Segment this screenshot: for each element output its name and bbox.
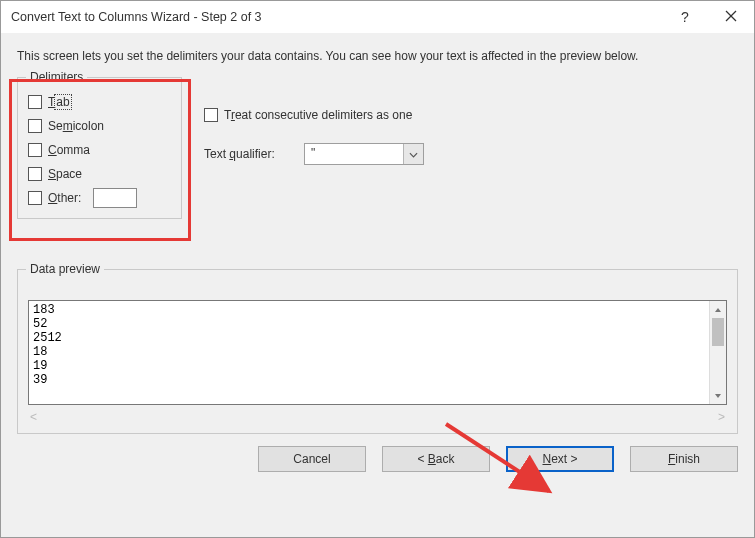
window-title: Convert Text to Columns Wizard - Step 2 …	[11, 10, 662, 24]
delimiters-group: Delimiters Tab Semicolon Comma Space	[17, 77, 182, 219]
data-preview-group: Data preview 183 52 2512 18 19 39 < >	[17, 269, 738, 434]
scroll-right-icon[interactable]: >	[718, 410, 725, 424]
content-area: This screen lets you set the delimiters …	[1, 33, 754, 440]
finish-button[interactable]: Finish	[630, 446, 738, 472]
button-label: < Back	[417, 452, 454, 466]
horizontal-scrollbar[interactable]: < >	[28, 408, 727, 425]
wizard-dialog: Convert Text to Columns Wizard - Step 2 …	[0, 0, 755, 538]
checkbox-space[interactable]: Space	[28, 162, 171, 186]
checkbox-tab[interactable]: Tab	[28, 90, 171, 114]
text-qualifier-dropdown[interactable]: "	[304, 143, 424, 165]
checkbox-label: Space	[48, 167, 82, 181]
help-button[interactable]: ?	[662, 1, 708, 33]
checkbox-label: Other:	[48, 191, 81, 205]
checkbox-icon	[28, 191, 42, 205]
scroll-thumb[interactable]	[712, 318, 724, 346]
checkbox-label: Tab	[48, 95, 71, 109]
text-qualifier-label: Text qualifier:	[204, 147, 304, 161]
cancel-button[interactable]: Cancel	[258, 446, 366, 472]
dropdown-button[interactable]	[403, 144, 423, 164]
close-button[interactable]	[708, 1, 754, 33]
checkbox-icon	[28, 119, 42, 133]
data-preview-text: 183 52 2512 18 19 39	[29, 301, 709, 404]
text-qualifier-row: Text qualifier: "	[204, 139, 424, 169]
button-label: Cancel	[293, 452, 330, 466]
delimiters-legend: Delimiters	[26, 70, 87, 84]
button-row: Cancel < Back Next > Finish	[1, 440, 754, 488]
options-row: Delimiters Tab Semicolon Comma Space	[17, 77, 738, 219]
scroll-up-icon[interactable]	[710, 301, 726, 318]
button-label: Next >	[542, 452, 577, 466]
back-button[interactable]: < Back	[382, 446, 490, 472]
close-icon	[725, 9, 737, 25]
checkbox-label: Semicolon	[48, 119, 104, 133]
checkbox-label: Treat consecutive delimiters as one	[224, 108, 412, 122]
checkbox-icon	[28, 95, 42, 109]
checkbox-other[interactable]: Other:	[28, 186, 171, 210]
checkbox-icon	[28, 143, 42, 157]
other-delimiter-input[interactable]	[93, 188, 137, 208]
vertical-scrollbar[interactable]	[709, 301, 726, 404]
button-label: Finish	[668, 452, 700, 466]
next-button[interactable]: Next >	[506, 446, 614, 472]
data-preview-legend: Data preview	[26, 262, 104, 276]
title-bar: Convert Text to Columns Wizard - Step 2 …	[1, 1, 754, 33]
chevron-down-icon	[409, 147, 418, 161]
scroll-down-icon[interactable]	[710, 387, 726, 404]
checkbox-treat-consecutive[interactable]: Treat consecutive delimiters as one	[204, 101, 424, 129]
help-icon: ?	[681, 9, 689, 25]
checkbox-semicolon[interactable]: Semicolon	[28, 114, 171, 138]
data-preview-box: 183 52 2512 18 19 39	[28, 300, 727, 405]
checkbox-label: Comma	[48, 143, 90, 157]
options-right-column: Treat consecutive delimiters as one Text…	[182, 77, 424, 219]
checkbox-comma[interactable]: Comma	[28, 138, 171, 162]
text-qualifier-value: "	[305, 144, 403, 164]
scroll-left-icon[interactable]: <	[30, 410, 37, 424]
checkbox-icon	[204, 108, 218, 122]
checkbox-icon	[28, 167, 42, 181]
description-text: This screen lets you set the delimiters …	[17, 49, 738, 63]
